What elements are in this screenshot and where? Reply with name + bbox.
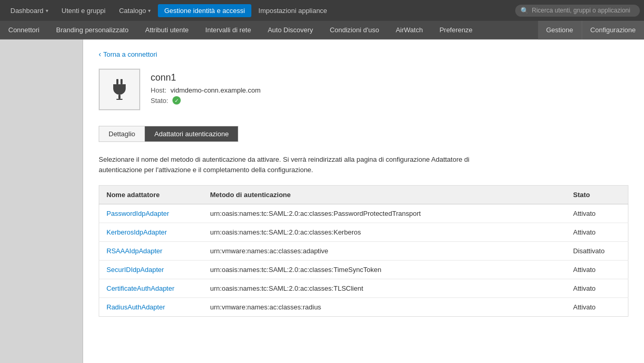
cell-metodo-3: urn:oasis:names:tc:SAML:2.0:ac:classes:T… xyxy=(203,261,566,279)
table-row: RSAAAIdpAdapter urn:vmware:names:ac:clas… xyxy=(99,242,628,261)
svg-rect-0 xyxy=(116,79,118,84)
nav-dashboard-label: Dashboard xyxy=(10,7,44,15)
subnav-attributi[interactable]: Attributi utente xyxy=(137,21,197,40)
table-row: RadiusAuthAdapter urn:vmware:names:ac:cl… xyxy=(99,298,628,317)
cell-metodo-5: urn:vmware:names:ac:classes:radius xyxy=(203,298,566,317)
col-header-metodo: Metodo di autenticazione xyxy=(203,186,566,204)
nav-utenti-gruppi[interactable]: Utenti e gruppi xyxy=(56,4,112,17)
adapter-link-4[interactable]: CertificateAuthAdapter xyxy=(106,284,175,292)
dashboard-arrow-icon: ▾ xyxy=(46,8,48,14)
nav-impostazioni[interactable]: Impostazioni appliance xyxy=(252,4,333,17)
svg-rect-1 xyxy=(120,79,123,84)
nav-utenti-label: Utenti e gruppi xyxy=(62,7,106,15)
cell-nome-5: RadiusAuthAdapter xyxy=(99,298,203,317)
adapter-link-2[interactable]: RSAAAIdpAdapter xyxy=(106,247,163,255)
cell-metodo-2: urn:vmware:names:ac:classes:adaptive xyxy=(203,242,566,261)
nav-gestione-label: Gestione identità e accessi xyxy=(164,7,245,15)
subnav-preferenze[interactable]: Preferenze xyxy=(431,21,481,40)
adapter-link-1[interactable]: KerberosIdpAdapter xyxy=(106,228,167,236)
connector-host-field: Host: vidmdemo-conn.example.com xyxy=(151,86,261,94)
content-area: ‹ Torna a connettori conn1 Host: vidmdem… xyxy=(83,40,644,363)
adapter-table: Nome adattatore Metodo di autenticazione… xyxy=(99,185,628,317)
search-input[interactable] xyxy=(532,7,630,14)
table-row: KerberosIdpAdapter urn:oasis:names:tc:SA… xyxy=(99,223,628,242)
tab-dettaglio[interactable]: Dettaglio xyxy=(99,126,145,141)
connector-info: conn1 Host: vidmdemo-conn.example.com St… xyxy=(151,72,261,107)
back-arrow-icon: ‹ xyxy=(99,50,101,58)
subnav-branding[interactable]: Branding personalizzato xyxy=(48,21,137,40)
cell-metodo-1: urn:oasis:names:tc:SAML:2.0:ac:classes:K… xyxy=(203,223,566,242)
cell-metodo-0: urn:oasis:names:tc:SAML:2.0:ac:classes:P… xyxy=(203,204,566,223)
cell-stato-0: Attivato xyxy=(566,204,628,223)
status-ok-icon: ✓ xyxy=(172,96,181,105)
search-icon: 🔍 xyxy=(520,7,529,15)
sub-nav: Connettori Branding personalizzato Attri… xyxy=(0,21,644,40)
tabs: Dettaglio Adattatori autenticazione xyxy=(99,126,238,142)
nav-catalogo[interactable]: Catalogo ▾ xyxy=(113,4,157,17)
svg-rect-2 xyxy=(118,95,120,99)
table-header: Nome adattatore Metodo di autenticazione… xyxy=(99,186,628,204)
col-header-stato: Stato xyxy=(566,186,628,204)
table-row: PasswordIdpAdapter urn:oasis:names:tc:SA… xyxy=(99,204,628,223)
status-label: Stato: xyxy=(151,97,168,105)
adapter-link-5[interactable]: RadiusAuthAdapter xyxy=(106,303,165,311)
nav-gestione-identita[interactable]: Gestione identità e accessi xyxy=(158,4,251,17)
cell-metodo-4: urn:oasis:names:tc:SAML:2.0:ac:classes:T… xyxy=(203,279,566,298)
cell-nome-2: RSAAAIdpAdapter xyxy=(99,242,203,261)
sub-nav-right: Gestione Configurazione xyxy=(538,21,645,40)
nav-impostazioni-label: Impostazioni appliance xyxy=(259,7,327,15)
nav-dashboard[interactable]: Dashboard ▾ xyxy=(4,4,55,17)
subnav-airwatch[interactable]: AirWatch xyxy=(387,21,431,40)
cell-nome-0: PasswordIdpAdapter xyxy=(99,204,203,223)
table-body: PasswordIdpAdapter urn:oasis:names:tc:SA… xyxy=(99,204,628,317)
host-label: Host: xyxy=(151,86,166,94)
catalogo-arrow-icon: ▾ xyxy=(148,8,151,14)
cell-nome-1: KerberosIdpAdapter xyxy=(99,223,203,242)
svg-rect-3 xyxy=(116,99,123,100)
subnav-connettori[interactable]: Connettori xyxy=(0,21,48,40)
sidebar xyxy=(0,40,83,363)
tab-adattatori[interactable]: Adattatori autenticazione xyxy=(145,126,238,141)
col-header-nome: Nome adattatore xyxy=(99,186,203,204)
back-link-text: Torna a connettori xyxy=(103,50,157,58)
top-nav: Dashboard ▾ Utenti e gruppi Catalogo ▾ G… xyxy=(0,0,644,21)
connector-header: conn1 Host: vidmdemo-conn.example.com St… xyxy=(99,69,628,110)
cell-stato-1: Attivato xyxy=(566,223,628,242)
nav-catalogo-label: Catalogo xyxy=(119,7,146,15)
main-layout: ‹ Torna a connettori conn1 Host: vidmdem… xyxy=(0,40,644,363)
cell-stato-2: Disattivato xyxy=(566,242,628,261)
search-bar: 🔍 xyxy=(515,5,640,17)
cell-stato-4: Attivato xyxy=(566,279,628,298)
table-row: SecurIDIdpAdapter urn:oasis:names:tc:SAM… xyxy=(99,261,628,279)
subnav-intervalli[interactable]: Intervalli di rete xyxy=(197,21,259,40)
back-link[interactable]: ‹ Torna a connettori xyxy=(99,50,157,58)
description-text: Selezionare il nome del metodo di autent… xyxy=(99,154,504,175)
table-row: CertificateAuthAdapter urn:oasis:names:t… xyxy=(99,279,628,298)
cell-stato-5: Attivato xyxy=(566,298,628,317)
subnav-condizioni[interactable]: Condizioni d'uso xyxy=(321,21,387,40)
adapter-link-3[interactable]: SecurIDIdpAdapter xyxy=(106,266,164,274)
connector-name: conn1 xyxy=(151,72,261,83)
connector-icon-box xyxy=(99,69,140,110)
cell-nome-3: SecurIDIdpAdapter xyxy=(99,261,203,279)
subnav-gestione[interactable]: Gestione xyxy=(538,21,582,40)
subnav-auto-discovery[interactable]: Auto Discovery xyxy=(259,21,321,40)
cell-stato-3: Attivato xyxy=(566,261,628,279)
connector-status-field: Stato: ✓ xyxy=(151,96,261,105)
host-value: vidmdemo-conn.example.com xyxy=(170,86,260,94)
plug-icon xyxy=(108,78,131,101)
cell-nome-4: CertificateAuthAdapter xyxy=(99,279,203,298)
adapter-link-0[interactable]: PasswordIdpAdapter xyxy=(106,210,169,217)
subnav-configurazione[interactable]: Configurazione xyxy=(582,21,644,40)
